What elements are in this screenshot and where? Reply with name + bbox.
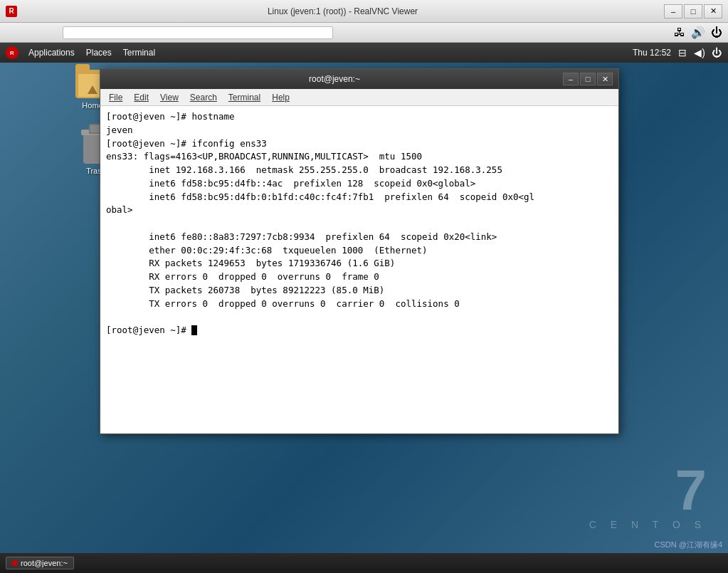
terminal-output: [root@jeven ~]# hostname jeven [root@jev… — [106, 110, 613, 337]
gnome-panel: R Applications Places Terminal Thu 12:52… — [0, 43, 728, 63]
taskbar-terminal-item[interactable]: root@jeven:~ — [6, 557, 74, 569]
terminal-titlebar: root@jeven:~ – □ ✕ — [100, 69, 618, 89]
terminal-menu-terminal[interactable]: Terminal — [223, 91, 266, 104]
vnc-logo-icon: R — [6, 6, 17, 17]
terminal-window: root@jeven:~ – □ ✕ File Edit View Search… — [100, 68, 619, 434]
desktop: Home Trash 7 C E N T O S root@jeven:~ – … — [0, 63, 728, 573]
terminal-cursor — [191, 325, 197, 335]
vnc-title: Linux (jeven:1 (root)) - RealVNC Viewer — [21, 6, 664, 16]
gnome-places-menu[interactable]: Places — [82, 46, 116, 59]
vnc-maximize-button[interactable]: □ — [684, 4, 702, 19]
terminal-close-button[interactable]: ✕ — [597, 73, 613, 85]
vnc-minimize-button[interactable]: – — [664, 4, 682, 19]
gnome-clock: Thu 12:52 — [633, 48, 671, 58]
gnome-terminal-menu[interactable]: Terminal — [119, 46, 159, 59]
gnome-network-icon[interactable]: ⊟ — [677, 47, 688, 58]
gnome-power-icon[interactable]: ⏻ — [711, 47, 722, 58]
vnc-window-controls: – □ ✕ — [664, 4, 722, 19]
vnc-search-bar[interactable] — [63, 26, 333, 39]
terminal-menu-search[interactable]: Search — [184, 91, 223, 104]
terminal-menu-file[interactable]: File — [103, 91, 128, 104]
terminal-menubar: File Edit View Search Terminal Help — [100, 89, 618, 106]
taskbar-item-label: root@jeven:~ — [21, 559, 68, 567]
centos-brand-text: C E N T O S — [589, 519, 707, 530]
terminal-title: root@jeven:~ — [106, 74, 563, 84]
volume-icon[interactable]: 🔊 — [691, 26, 705, 39]
taskbar: root@jeven:~ — [0, 553, 728, 573]
centos-version-number: 7 — [589, 462, 707, 519]
gnome-applications-menu[interactable]: Applications — [24, 46, 79, 59]
terminal-menu-help[interactable]: Help — [266, 91, 295, 104]
power-icon[interactable]: ⏻ — [711, 26, 722, 39]
gnome-volume-icon[interactable]: ◀) — [694, 47, 705, 58]
terminal-body[interactable]: [root@jeven ~]# hostname jeven [root@jev… — [100, 106, 618, 433]
gnome-logo: R — [6, 46, 19, 59]
network-icon[interactable]: 🖧 — [674, 26, 685, 39]
vnc-menubar: 🖧 🔊 ⏻ — [0, 23, 728, 43]
gnome-panel-right: Thu 12:52 ⊟ ◀) ⏻ — [633, 47, 722, 58]
terminal-maximize-button[interactable]: □ — [580, 73, 596, 85]
terminal-menu-view[interactable]: View — [154, 91, 184, 104]
terminal-window-controls: – □ ✕ — [563, 73, 613, 85]
vnc-titlebar: R Linux (jeven:1 (root)) - RealVNC Viewe… — [0, 0, 728, 23]
bottom-right-watermark: CSDN @江湖有缘4 — [654, 540, 722, 550]
terminal-menu-edit[interactable]: Edit — [128, 91, 154, 104]
centos-watermark: 7 C E N T O S — [589, 462, 707, 530]
vnc-close-button[interactable]: ✕ — [704, 4, 722, 19]
taskbar-item-indicator — [12, 560, 18, 566]
terminal-minimize-button[interactable]: – — [563, 73, 579, 85]
